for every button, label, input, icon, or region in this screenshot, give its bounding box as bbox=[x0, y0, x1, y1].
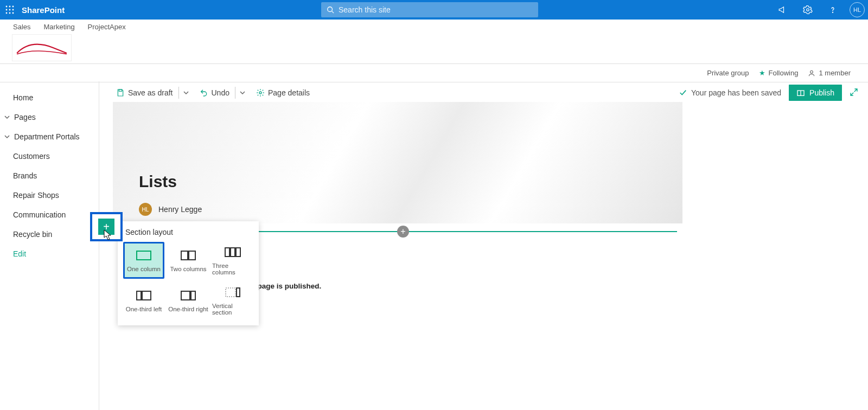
undo-button[interactable]: Undo bbox=[196, 85, 248, 101]
nav-department-portals[interactable]: Department Portals bbox=[0, 127, 99, 146]
search-input[interactable]: Search this site bbox=[321, 2, 538, 17]
chevron-down-icon[interactable] bbox=[235, 87, 245, 99]
hub-link[interactable]: Sales bbox=[13, 23, 31, 31]
svg-point-13 bbox=[810, 71, 813, 73]
search-placeholder: Search this site bbox=[339, 5, 391, 14]
svg-rect-24 bbox=[137, 291, 141, 300]
hub-nav: Sales Marketing ProjectApex bbox=[13, 23, 126, 31]
nav-home[interactable]: Home bbox=[0, 88, 99, 107]
author-block[interactable]: HL Henry Legge bbox=[139, 203, 202, 216]
site-header: Sales Marketing ProjectApex bbox=[0, 20, 868, 64]
add-webpart-button[interactable]: + bbox=[397, 226, 409, 238]
svg-rect-29 bbox=[237, 288, 240, 297]
layout-three-columns[interactable]: Three columns bbox=[212, 242, 253, 279]
page-details-button[interactable]: Page details bbox=[253, 86, 313, 99]
one-third-left-icon bbox=[136, 289, 151, 303]
help-icon[interactable] bbox=[825, 2, 841, 18]
app-launcher-icon[interactable] bbox=[0, 0, 20, 20]
command-bar: Save as draft Undo Page details Your pag… bbox=[0, 82, 868, 103]
nav-communication[interactable]: Communication bbox=[0, 205, 99, 225]
save-icon bbox=[116, 88, 125, 97]
author-avatar: HL bbox=[139, 203, 152, 216]
expand-icon[interactable] bbox=[850, 88, 858, 98]
svg-point-8 bbox=[12, 12, 14, 14]
svg-rect-20 bbox=[189, 251, 195, 260]
layout-one-third-right[interactable]: One-third right bbox=[168, 282, 209, 319]
save-draft-button[interactable]: Save as draft bbox=[113, 85, 192, 101]
app-name[interactable]: SharePoint bbox=[22, 5, 65, 15]
members-link[interactable]: 1 member bbox=[808, 69, 851, 77]
saved-indicator: Your page has been saved bbox=[679, 88, 781, 97]
layout-one-third-left[interactable]: One-third left bbox=[123, 282, 164, 319]
svg-point-2 bbox=[12, 6, 14, 8]
hero-area[interactable]: Lists HL Henry Legge bbox=[113, 102, 682, 223]
svg-point-0 bbox=[6, 6, 8, 8]
layout-vertical-section[interactable]: Vertical section bbox=[212, 282, 253, 319]
page-title[interactable]: Lists bbox=[139, 172, 177, 191]
global-header: SharePoint Search this site HL bbox=[0, 0, 868, 20]
one-column-icon bbox=[136, 248, 151, 262]
nav-pages[interactable]: Pages bbox=[0, 107, 99, 127]
author-name: Henry Legge bbox=[158, 205, 202, 214]
svg-point-1 bbox=[9, 6, 11, 8]
person-icon bbox=[808, 69, 815, 77]
site-info-row: Private group ★ Following 1 member bbox=[0, 64, 868, 82]
svg-rect-28 bbox=[226, 288, 235, 297]
svg-point-7 bbox=[9, 12, 11, 14]
section-layout-popover: Section layout One column Two columns Th… bbox=[118, 221, 259, 325]
page-canvas: Lists HL Henry Legge bbox=[113, 102, 682, 223]
two-columns-icon bbox=[181, 248, 196, 262]
popover-title: Section layout bbox=[123, 226, 253, 242]
svg-point-15 bbox=[259, 92, 261, 94]
svg-rect-26 bbox=[181, 291, 190, 300]
svg-point-4 bbox=[9, 9, 11, 11]
layout-one-column[interactable]: One column bbox=[123, 242, 164, 279]
svg-rect-18 bbox=[137, 251, 151, 260]
star-icon: ★ bbox=[759, 69, 765, 77]
vertical-section-icon bbox=[225, 285, 240, 299]
hub-link[interactable]: ProjectApex bbox=[88, 23, 126, 31]
publish-button[interactable]: Publish bbox=[789, 85, 842, 101]
add-section-button[interactable]: + bbox=[98, 219, 114, 235]
svg-rect-25 bbox=[142, 291, 151, 300]
site-logo[interactable] bbox=[12, 35, 71, 61]
user-avatar[interactable]: HL bbox=[850, 2, 865, 17]
svg-rect-14 bbox=[119, 89, 122, 91]
nav-repair-shops[interactable]: Repair Shops bbox=[0, 185, 99, 205]
megaphone-icon[interactable] bbox=[775, 2, 791, 18]
hub-link[interactable]: Marketing bbox=[44, 23, 75, 31]
nav-brands[interactable]: Brands bbox=[0, 166, 99, 185]
nav-customers[interactable]: Customers bbox=[0, 146, 99, 166]
cursor-icon bbox=[104, 229, 112, 240]
svg-rect-27 bbox=[191, 291, 195, 300]
gear-icon bbox=[256, 88, 265, 97]
search-icon bbox=[327, 6, 334, 14]
layout-two-columns[interactable]: Two columns bbox=[168, 242, 209, 279]
svg-point-11 bbox=[807, 9, 809, 11]
svg-rect-22 bbox=[231, 248, 235, 257]
svg-point-6 bbox=[6, 12, 8, 14]
svg-point-12 bbox=[832, 12, 833, 12]
check-icon bbox=[679, 89, 687, 97]
chevron-down-icon bbox=[3, 134, 11, 139]
undo-icon bbox=[200, 88, 208, 97]
left-nav: Home Pages Department Portals Customers … bbox=[0, 81, 99, 410]
svg-point-9 bbox=[328, 7, 333, 12]
chevron-down-icon[interactable] bbox=[178, 87, 189, 99]
nav-edit[interactable]: Edit bbox=[0, 244, 99, 264]
svg-point-3 bbox=[6, 9, 8, 11]
chevron-down-icon bbox=[3, 114, 11, 120]
nav-recycle-bin[interactable]: Recycle bin bbox=[0, 225, 99, 244]
privacy-label: Private group bbox=[707, 69, 749, 77]
svg-point-5 bbox=[12, 9, 14, 11]
svg-rect-23 bbox=[236, 248, 240, 257]
add-section-highlight: + bbox=[90, 212, 123, 241]
follow-toggle[interactable]: ★ Following bbox=[759, 69, 799, 77]
svg-rect-21 bbox=[225, 248, 229, 257]
gear-icon[interactable] bbox=[800, 2, 816, 18]
svg-rect-19 bbox=[181, 251, 188, 260]
svg-line-10 bbox=[332, 11, 334, 14]
publish-icon bbox=[796, 88, 805, 97]
three-columns-icon bbox=[225, 245, 241, 259]
one-third-right-icon bbox=[181, 289, 196, 303]
